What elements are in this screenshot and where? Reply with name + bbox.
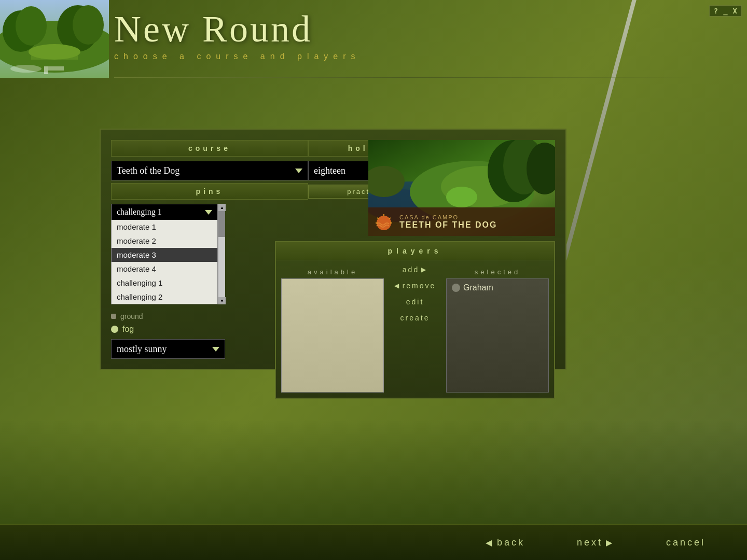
svg-rect-9 [48,66,64,71]
pins-option-challenging2[interactable]: challenging 2 [112,290,217,304]
available-list[interactable] [281,278,384,393]
scroll-down-arrow-icon[interactable]: ▼ [218,297,226,304]
pins-dropdown-arrow-icon [205,210,212,215]
edit-button[interactable]: edit [406,298,424,306]
players-panel: players available add ▶ ◀ remove [275,241,555,399]
add-button[interactable]: add ▶ [403,265,427,274]
pins-option-moderate1[interactable]: moderate 1 [112,220,217,234]
remove-label: remove [403,282,436,290]
course-thumbnail [0,0,109,78]
tee-area [0,420,747,524]
page-title: New Round [114,10,721,48]
main-dialog: course Teeth of the Dog holes eighteen [100,129,566,370]
course-name-label: TEETH OF THE DOG [399,220,497,230]
scroll-thumb[interactable] [218,211,225,237]
course-label: course [188,144,231,152]
next-label: next [577,537,603,548]
fog-label: fog [122,325,134,334]
list-item: Graham [449,282,546,294]
svg-point-3 [16,6,47,46]
selected-list[interactable]: Graham [446,278,549,393]
player-avatar-icon [452,284,460,292]
pins-dropdown[interactable]: challenging 1 moderate 1 moderate 2 mode… [111,204,225,304]
scroll-up-arrow-icon[interactable]: ▲ [218,204,226,211]
course-value: Teeth of the Dog [117,165,179,176]
back-label: back [497,537,525,548]
scroll-track [218,211,225,297]
pins-label-bar: pins [111,183,308,200]
course-dropdown[interactable]: Teeth of the Dog [111,161,308,180]
cancel-label: cancel [666,537,706,548]
minimize-button[interactable]: _ [721,7,729,15]
pins-option-moderate4[interactable]: moderate 4 [112,262,217,276]
ground-option-icon [111,314,116,319]
pins-scrollbar[interactable]: ▲ ▼ [218,204,225,304]
svg-point-19 [446,187,477,207]
players-controls: add ▶ ◀ remove edit create [389,265,441,322]
bottom-nav: ◀ back next ▶ cancel [0,524,747,560]
ground-label: ground [120,312,143,320]
pins-selected-item[interactable]: challenging 1 [112,204,217,220]
pins-selected-value: challenging 1 [117,207,162,217]
players-header: players [276,242,554,260]
add-arrow-icon: ▶ [421,266,427,273]
svg-rect-8 [44,66,48,74]
create-label: create [400,314,430,322]
header: New Round choose a course and players [114,10,721,61]
selected-column: selected Graham [446,265,549,393]
remove-arrow-icon: ◀ [394,282,400,289]
back-arrow-icon: ◀ [486,538,494,548]
weather-dropdown[interactable]: mostly sunny [111,339,225,359]
close-button[interactable]: X [731,7,739,15]
fog-radio-icon[interactable] [111,326,118,333]
edit-label: edit [406,298,424,306]
available-column: available [281,265,384,393]
remove-button[interactable]: ◀ remove [394,282,436,290]
svg-line-23 [389,218,391,219]
svg-line-24 [377,218,379,219]
window-controls: ? _ X [709,5,742,17]
weather-value: mostly sunny [117,344,167,355]
players-label: players [388,247,442,255]
holes-value: eighteen [314,165,345,176]
player-name: Graham [463,283,493,292]
header-divider [114,77,695,78]
svg-point-5 [73,5,104,45]
weather-dropdown-arrow-icon [212,347,219,352]
next-button[interactable]: next ▶ [577,537,614,548]
pins-option-challenging1[interactable]: challenging 1 [112,276,217,290]
course-dropdown-arrow-icon [295,169,302,173]
help-button[interactable]: ? [712,7,720,15]
svg-point-7 [29,44,80,60]
cancel-button[interactable]: cancel [666,537,706,548]
course-label-bar: course [111,140,308,157]
add-label: add [403,265,419,274]
available-header: available [281,265,384,278]
pins-list: moderate 1 moderate 2 moderate 3 moderat… [112,220,217,304]
pins-label: pins [196,187,224,195]
back-button[interactable]: ◀ back [486,537,525,548]
pins-option-moderate3[interactable]: moderate 3 [112,248,217,262]
course-image: CASA de CAMPO TEETH OF THE DOG [368,140,555,236]
pins-option-moderate2[interactable]: moderate 2 [112,234,217,248]
create-button[interactable]: create [400,314,430,322]
course-brand: CASA de CAMPO [399,214,497,220]
next-arrow-icon: ▶ [606,538,614,548]
page-subtitle: choose a course and players [114,52,721,61]
players-body: available add ▶ ◀ remove edit [276,260,554,398]
selected-header: selected [446,265,549,278]
